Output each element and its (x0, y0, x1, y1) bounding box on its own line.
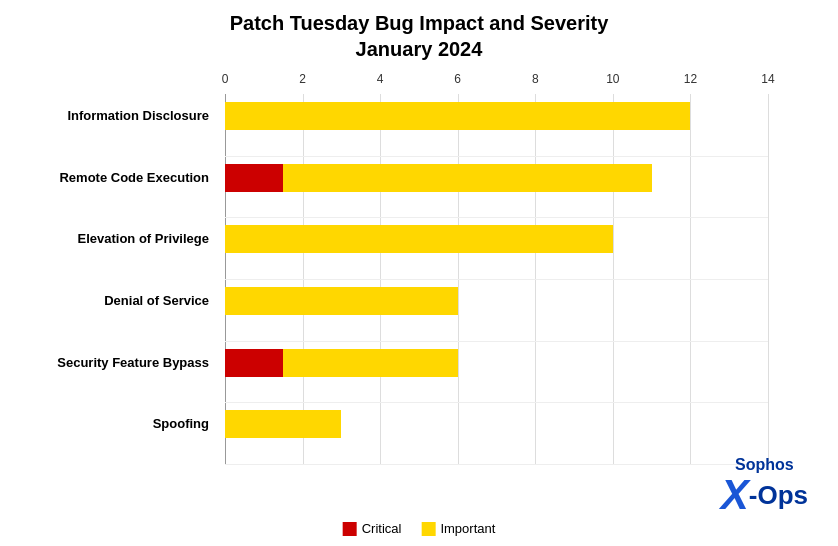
title-line2: January 2024 (20, 36, 818, 62)
bar-label-0: Information Disclosure (17, 108, 217, 123)
grid-line-14 (768, 94, 769, 464)
bar-critical-1 (225, 164, 283, 192)
important-swatch (421, 522, 435, 536)
sophos-logo: Sophos X -Ops (721, 456, 808, 516)
important-label: Important (440, 521, 495, 536)
bar-important-0 (225, 102, 690, 130)
x-label-2: 2 (299, 72, 306, 86)
legend: Critical Important (343, 521, 496, 536)
bar-critical-4 (225, 349, 283, 377)
x-label-10: 10 (606, 72, 619, 86)
legend-important: Important (421, 521, 495, 536)
critical-label: Critical (362, 521, 402, 536)
bar-label-1: Remote Code Execution (17, 170, 217, 185)
x-label-14: 14 (761, 72, 774, 86)
chart-container: Patch Tuesday Bug Impact and Severity Ja… (0, 0, 838, 546)
x-label-0: 0 (222, 72, 229, 86)
ops-text: -Ops (749, 480, 808, 511)
chart-title: Patch Tuesday Bug Impact and Severity Ja… (20, 10, 818, 62)
x-letter: X (721, 474, 749, 516)
bar-label-3: Denial of Service (17, 293, 217, 308)
row-separator-5 (225, 464, 768, 465)
bar-label-2: Elevation of Privilege (17, 231, 217, 246)
critical-swatch (343, 522, 357, 536)
bar-important-5 (225, 410, 341, 438)
title-line1: Patch Tuesday Bug Impact and Severity (20, 10, 818, 36)
x-label-12: 12 (684, 72, 697, 86)
bar-important-2 (225, 225, 613, 253)
xops-text: X -Ops (721, 474, 808, 516)
bar-important-1 (225, 164, 652, 192)
bar-label-5: Spoofing (17, 416, 217, 431)
x-label-6: 6 (454, 72, 461, 86)
x-label-4: 4 (377, 72, 384, 86)
bar-important-3 (225, 287, 458, 315)
x-label-8: 8 (532, 72, 539, 86)
legend-critical: Critical (343, 521, 402, 536)
bar-label-4: Security Feature Bypass (17, 355, 217, 370)
plot-area: Information DisclosureRemote Code Execut… (225, 94, 768, 464)
